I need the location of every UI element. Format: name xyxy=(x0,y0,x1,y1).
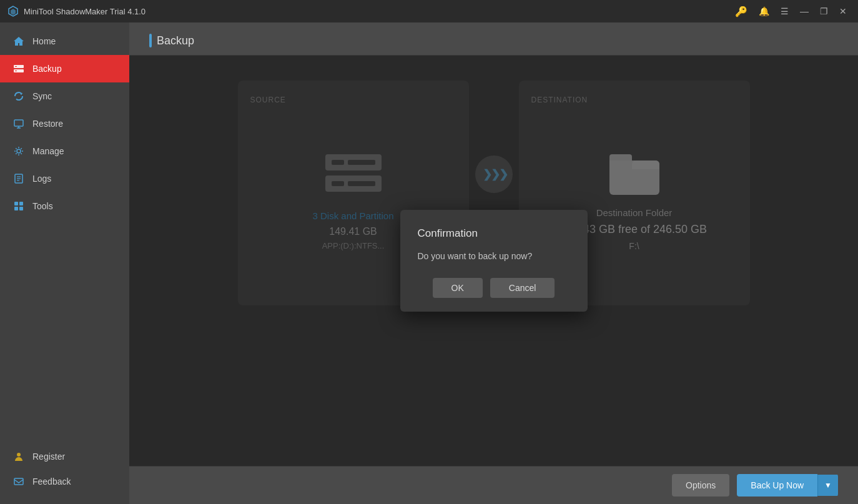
main-content: Backup SOURCE xyxy=(129,22,858,504)
header-accent xyxy=(149,34,152,47)
modal-message: Do you want to back up now? xyxy=(418,250,570,263)
backup-now-group: Back Up Now ▼ xyxy=(737,474,838,497)
sidebar-label-backup: Backup xyxy=(32,64,62,74)
sidebar-label-sync: Sync xyxy=(32,91,52,101)
sidebar-item-home[interactable]: Home xyxy=(0,27,129,55)
manage-icon xyxy=(12,145,25,157)
svg-rect-4 xyxy=(14,120,23,126)
svg-rect-13 xyxy=(19,202,23,205)
backup-icon xyxy=(12,62,25,75)
svg-rect-12 xyxy=(14,202,18,205)
modal-ok-button[interactable]: OK xyxy=(433,278,483,298)
sidebar-item-tools[interactable]: Tools xyxy=(0,192,129,220)
page-title: Backup xyxy=(157,34,194,47)
tools-icon xyxy=(12,200,25,212)
svg-rect-15 xyxy=(19,207,23,210)
sidebar-bottom: Register Feedback xyxy=(0,434,129,504)
modal-cancel-button[interactable]: Cancel xyxy=(490,278,555,298)
page-header: Backup xyxy=(129,22,858,56)
backup-now-button[interactable]: Back Up Now xyxy=(737,474,817,497)
sidebar-label-manage: Manage xyxy=(32,146,64,156)
sync-icon xyxy=(12,90,25,102)
restore-button[interactable]: ❐ xyxy=(816,5,832,17)
minimize-button[interactable]: — xyxy=(796,5,812,17)
sidebar-item-manage[interactable]: Manage xyxy=(0,137,129,165)
backup-now-dropdown[interactable]: ▼ xyxy=(817,475,838,496)
modal-title: Confirmation xyxy=(418,227,570,240)
sidebar-item-feedback[interactable]: Feedback xyxy=(0,469,129,494)
app-body: Home Backup xyxy=(0,22,858,504)
options-button[interactable]: Options xyxy=(672,474,729,497)
backup-area: SOURCE 3 D xyxy=(129,56,858,466)
sidebar-label-register: Register xyxy=(32,452,65,462)
confirmation-dialog: Confirmation Do you want to back up now?… xyxy=(400,210,588,312)
sidebar-nav: Home Backup xyxy=(0,22,129,434)
sidebar: Home Backup xyxy=(0,22,129,504)
svg-point-16 xyxy=(17,453,21,457)
bell-icon[interactable]: 🔔 xyxy=(755,5,773,17)
svg-rect-3 xyxy=(15,71,17,71)
register-icon xyxy=(12,450,25,463)
menu-icon[interactable]: ☰ xyxy=(777,5,792,17)
svg-rect-2 xyxy=(15,66,17,67)
title-bar: MiniTool ShadowMaker Trial 4.1.0 🔑 🔔 ☰ —… xyxy=(0,0,858,22)
home-icon xyxy=(12,35,25,47)
sidebar-item-restore[interactable]: Restore xyxy=(0,110,129,137)
sidebar-label-logs: Logs xyxy=(32,174,51,184)
close-button[interactable]: ✕ xyxy=(836,5,851,17)
app-title: MiniTool ShadowMaker Trial 4.1.0 xyxy=(24,7,145,16)
sidebar-item-backup[interactable]: Backup xyxy=(0,55,129,82)
sidebar-label-home: Home xyxy=(32,36,56,46)
feedback-icon xyxy=(12,475,25,488)
sidebar-label-feedback: Feedback xyxy=(32,477,71,487)
title-bar-left: MiniTool ShadowMaker Trial 4.1.0 xyxy=(7,6,145,17)
logs-icon xyxy=(12,172,25,185)
svg-rect-17 xyxy=(14,478,23,485)
sidebar-label-restore: Restore xyxy=(32,119,63,129)
modal-buttons: OK Cancel xyxy=(418,278,570,298)
modal-overlay: Confirmation Do you want to back up now?… xyxy=(129,56,858,466)
key-icon[interactable]: 🔑 xyxy=(731,4,751,19)
window-controls: 🔑 🔔 ☰ — ❐ ✕ xyxy=(731,4,851,19)
sidebar-label-tools: Tools xyxy=(32,201,53,211)
sidebar-item-logs[interactable]: Logs xyxy=(0,165,129,192)
sidebar-item-register[interactable]: Register xyxy=(0,444,129,469)
sidebar-item-sync[interactable]: Sync xyxy=(0,82,129,110)
app-icon xyxy=(7,6,19,17)
svg-point-7 xyxy=(17,149,21,153)
bottom-toolbar: Options Back Up Now ▼ xyxy=(129,466,858,504)
svg-rect-14 xyxy=(14,207,18,210)
restore-icon xyxy=(12,117,25,130)
